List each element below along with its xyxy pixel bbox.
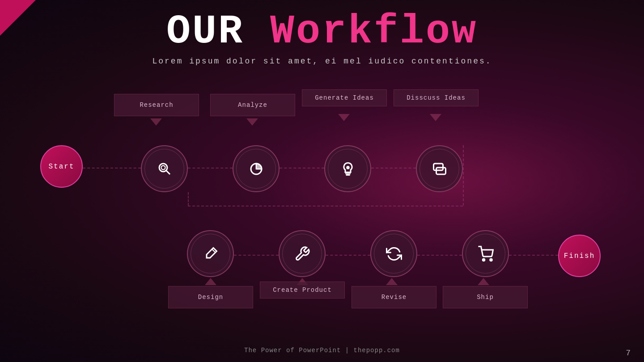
dashed-row2-h3 <box>417 255 462 256</box>
dashed-row2-h2 <box>326 255 370 256</box>
label-analyze: Analyze <box>210 94 295 116</box>
circle-ship <box>462 230 509 277</box>
svg-line-1 <box>166 170 169 174</box>
dashed-h2 <box>188 168 233 168</box>
title-workflow: Workflow <box>270 9 478 55</box>
search-icon <box>157 161 173 177</box>
label-disscuss: Disscuss Ideas <box>394 89 479 106</box>
title-our: OUR <box>166 9 244 55</box>
label-ship: Ship <box>443 286 528 308</box>
start-circle: Start <box>40 145 83 188</box>
label-research: Research <box>114 94 199 116</box>
dashed-row2-h1 <box>234 255 279 256</box>
circle-research <box>141 145 188 192</box>
arrow-analyze-down <box>246 118 258 126</box>
footer: The Power of PowerPoint | thepopp.com <box>0 347 644 354</box>
edit-icon <box>203 246 219 262</box>
workflow-area: Research Analyze Generate Ideas Disscuss… <box>27 85 617 331</box>
title-area: OUR Workflow Lorem ipsum dolor sit amet,… <box>0 9 644 66</box>
circle-generate <box>324 145 371 192</box>
svg-point-11 <box>483 259 485 261</box>
lightbulb-icon <box>340 161 356 177</box>
arrow-research-down <box>150 118 162 126</box>
label-design: Design <box>168 286 253 308</box>
wrench-icon <box>294 246 310 262</box>
refresh-icon <box>386 246 402 262</box>
arrow-revise-up <box>386 278 398 285</box>
circle-create <box>279 230 326 277</box>
svg-rect-8 <box>433 164 443 170</box>
arrow-disscuss-down <box>430 114 441 121</box>
svg-line-10 <box>212 249 216 253</box>
chat-icon <box>432 161 448 177</box>
dashed-v-left <box>188 192 189 206</box>
label-revise: Revise <box>352 286 436 308</box>
dashed-h4 <box>371 168 416 168</box>
arrow-generate-down <box>338 114 350 121</box>
page-number: 7 <box>626 349 631 358</box>
pie-chart-icon <box>248 161 264 177</box>
dashed-v-right <box>463 145 464 206</box>
dashed-h1 <box>83 168 141 168</box>
svg-rect-9 <box>436 168 445 174</box>
svg-point-12 <box>490 259 492 261</box>
svg-point-7 <box>347 166 349 168</box>
dashed-h-bottom <box>188 206 463 206</box>
circle-analyze <box>233 145 280 192</box>
svg-point-0 <box>159 164 167 172</box>
circle-disscuss <box>416 145 463 192</box>
label-create: Create Product <box>260 282 345 299</box>
finish-circle: Finish <box>558 235 601 277</box>
arrow-ship-up <box>478 278 489 285</box>
circle-revise <box>370 230 417 277</box>
svg-point-2 <box>161 165 165 169</box>
circle-design <box>187 230 234 277</box>
cart-icon <box>478 246 494 262</box>
subtitle: Lorem ipsum dolor sit amet, ei mel iudic… <box>0 57 644 66</box>
dashed-h3 <box>280 168 324 168</box>
svg-point-3 <box>251 164 262 174</box>
dashed-row2-h4 <box>509 255 558 256</box>
label-generate: Generate Ideas <box>302 89 387 106</box>
arrow-design-up <box>205 278 216 285</box>
